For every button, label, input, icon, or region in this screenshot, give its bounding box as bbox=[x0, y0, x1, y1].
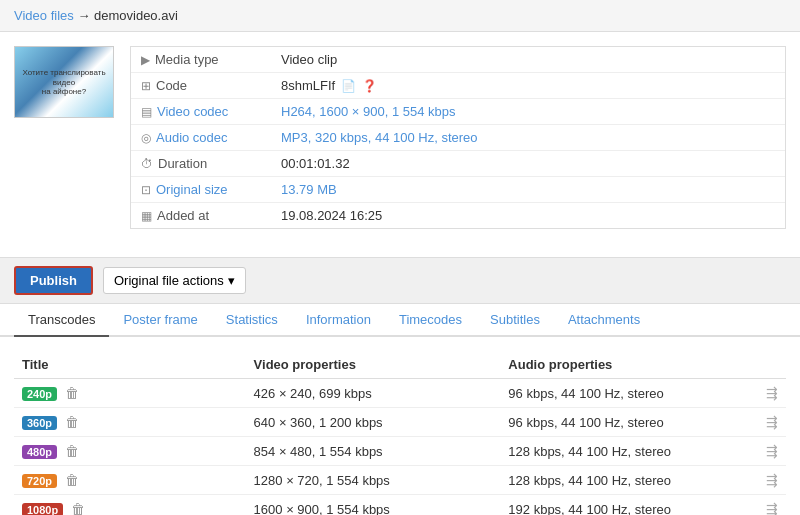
original-size-label[interactable]: Original size bbox=[156, 182, 228, 197]
audio-properties-cell: 128 kbps, 44 100 Hz, stereo bbox=[500, 437, 732, 466]
audio-codec-label[interactable]: Audio codec bbox=[156, 130, 228, 145]
media-type-value: Video clip bbox=[281, 52, 337, 67]
copy-icon[interactable]: 📄 bbox=[341, 79, 356, 93]
delete-transcode-icon[interactable]: 🗑 bbox=[65, 472, 79, 488]
tab-transcodes[interactable]: Transcodes bbox=[14, 304, 109, 337]
delete-transcode-icon[interactable]: 🗑 bbox=[65, 385, 79, 401]
breadcrumb-separator: → bbox=[77, 8, 94, 23]
video-properties-cell: 854 × 480, 1 554 kbps bbox=[246, 437, 501, 466]
code-label: Code bbox=[156, 78, 187, 93]
media-type-row: ▶Media type Video clip bbox=[131, 47, 785, 73]
main-content: Хотите транслировать видео на айфоне? ▶M… bbox=[0, 32, 800, 257]
original-size-row: ⊡Original size 13.79 MB bbox=[131, 177, 785, 203]
breadcrumb-current: demovideo.avi bbox=[94, 8, 178, 23]
table-row: 240p 🗑 426 × 240, 699 kbps 96 kbps, 44 1… bbox=[14, 379, 786, 408]
delete-transcode-icon[interactable]: 🗑 bbox=[65, 414, 79, 430]
tab-subtitles[interactable]: Subtitles bbox=[476, 304, 554, 337]
code-value: 8shmLFIf bbox=[281, 78, 335, 93]
share-action-cell: ⇶ bbox=[732, 495, 786, 516]
file-actions-label: Original file actions bbox=[114, 273, 224, 288]
col-header-action bbox=[732, 351, 786, 379]
media-metadata-table: ▶Media type Video clip ⊞Code 8shmLFIf 📄 … bbox=[130, 46, 786, 229]
video-properties-cell: 1600 × 900, 1 554 kbps bbox=[246, 495, 501, 516]
duration-row: ⏱Duration 00:01:01.32 bbox=[131, 151, 785, 177]
table-row: 480p 🗑 854 × 480, 1 554 kbps 128 kbps, 4… bbox=[14, 437, 786, 466]
info-icon[interactable]: ❓ bbox=[362, 79, 377, 93]
video-codec-value[interactable]: H264, 1600 × 900, 1 554 kbps bbox=[281, 104, 456, 119]
audio-properties-cell: 192 kbps, 44 100 Hz, stereo bbox=[500, 495, 732, 516]
resolution-badge: 480p bbox=[22, 445, 57, 459]
resolution-badge: 1080p bbox=[22, 503, 63, 515]
media-type-label: Media type bbox=[155, 52, 219, 67]
resolution-badge: 720p bbox=[22, 474, 57, 488]
share-action-cell: ⇶ bbox=[732, 466, 786, 495]
resolution-badge: 240p bbox=[22, 387, 57, 401]
audio-codec-row: ◎Audio codec MP3, 320 kbps, 44 100 Hz, s… bbox=[131, 125, 785, 151]
share-icon[interactable]: ⇶ bbox=[766, 472, 778, 488]
tab-attachments[interactable]: Attachments bbox=[554, 304, 654, 337]
action-bar: Publish Original file actions ▾ bbox=[0, 257, 800, 304]
table-row: 360p 🗑 640 × 360, 1 200 kbps 96 kbps, 44… bbox=[14, 408, 786, 437]
dropdown-arrow-icon: ▾ bbox=[228, 273, 235, 288]
table-row: 720p 🗑 1280 × 720, 1 554 kbps 128 kbps, … bbox=[14, 466, 786, 495]
audio-properties-cell: 96 kbps, 44 100 Hz, stereo bbox=[500, 408, 732, 437]
added-at-label: Added at bbox=[157, 208, 209, 223]
resolution-badge: 360p bbox=[22, 416, 57, 430]
code-row: ⊞Code 8shmLFIf 📄 ❓ bbox=[131, 73, 785, 99]
publish-button[interactable]: Publish bbox=[14, 266, 93, 295]
media-type-icon: ▶ bbox=[141, 53, 150, 67]
table-row: 1080p 🗑 1600 × 900, 1 554 kbps 192 kbps,… bbox=[14, 495, 786, 516]
col-header-title: Title bbox=[14, 351, 246, 379]
added-at-value: 19.08.2024 16:25 bbox=[281, 208, 382, 223]
share-action-cell: ⇶ bbox=[732, 408, 786, 437]
tab-statistics[interactable]: Statistics bbox=[212, 304, 292, 337]
audio-codec-icon: ◎ bbox=[141, 131, 151, 145]
share-action-cell: ⇶ bbox=[732, 437, 786, 466]
added-at-row: ▦Added at 19.08.2024 16:25 bbox=[131, 203, 785, 229]
original-size-icon: ⊡ bbox=[141, 183, 151, 197]
video-properties-cell: 1280 × 720, 1 554 kbps bbox=[246, 466, 501, 495]
duration-value: 00:01:01.32 bbox=[281, 156, 350, 171]
col-header-video: Video properties bbox=[246, 351, 501, 379]
added-at-icon: ▦ bbox=[141, 209, 152, 223]
video-codec-icon: ▤ bbox=[141, 105, 152, 119]
tab-poster-frame[interactable]: Poster frame bbox=[109, 304, 211, 337]
share-icon[interactable]: ⇶ bbox=[766, 414, 778, 430]
col-header-audio: Audio properties bbox=[500, 351, 732, 379]
tab-timecodes[interactable]: Timecodes bbox=[385, 304, 476, 337]
tabs-bar: Transcodes Poster frame Statistics Infor… bbox=[0, 304, 800, 337]
share-icon[interactable]: ⇶ bbox=[766, 501, 778, 515]
delete-transcode-icon[interactable]: 🗑 bbox=[71, 501, 85, 515]
tab-information[interactable]: Information bbox=[292, 304, 385, 337]
video-properties-cell: 640 × 360, 1 200 kbps bbox=[246, 408, 501, 437]
thumbnail-overlay-text: Хотите транслировать видео на айфоне? bbox=[19, 68, 109, 97]
media-info-section: Хотите транслировать видео на айфоне? ▶M… bbox=[14, 46, 786, 229]
share-action-cell: ⇶ bbox=[732, 379, 786, 408]
code-icon-label: ⊞ bbox=[141, 79, 151, 93]
video-codec-label[interactable]: Video codec bbox=[157, 104, 228, 119]
breadcrumb-parent[interactable]: Video files bbox=[14, 8, 74, 23]
audio-properties-cell: 128 kbps, 44 100 Hz, stereo bbox=[500, 466, 732, 495]
transcodes-section: Title Video properties Audio properties … bbox=[0, 337, 800, 515]
video-thumbnail: Хотите транслировать видео на айфоне? bbox=[14, 46, 114, 118]
video-properties-cell: 426 × 240, 699 kbps bbox=[246, 379, 501, 408]
file-actions-button[interactable]: Original file actions ▾ bbox=[103, 267, 246, 294]
video-codec-row: ▤Video codec H264, 1600 × 900, 1 554 kbp… bbox=[131, 99, 785, 125]
share-icon[interactable]: ⇶ bbox=[766, 385, 778, 401]
delete-transcode-icon[interactable]: 🗑 bbox=[65, 443, 79, 459]
share-icon[interactable]: ⇶ bbox=[766, 443, 778, 459]
duration-label: Duration bbox=[158, 156, 207, 171]
original-size-value[interactable]: 13.79 MB bbox=[281, 182, 337, 197]
transcodes-table: Title Video properties Audio properties … bbox=[14, 351, 786, 515]
duration-icon: ⏱ bbox=[141, 157, 153, 171]
audio-codec-value[interactable]: MP3, 320 kbps, 44 100 Hz, stereo bbox=[281, 130, 478, 145]
audio-properties-cell: 96 kbps, 44 100 Hz, stereo bbox=[500, 379, 732, 408]
breadcrumb-bar: Video files → demovideo.avi bbox=[0, 0, 800, 32]
